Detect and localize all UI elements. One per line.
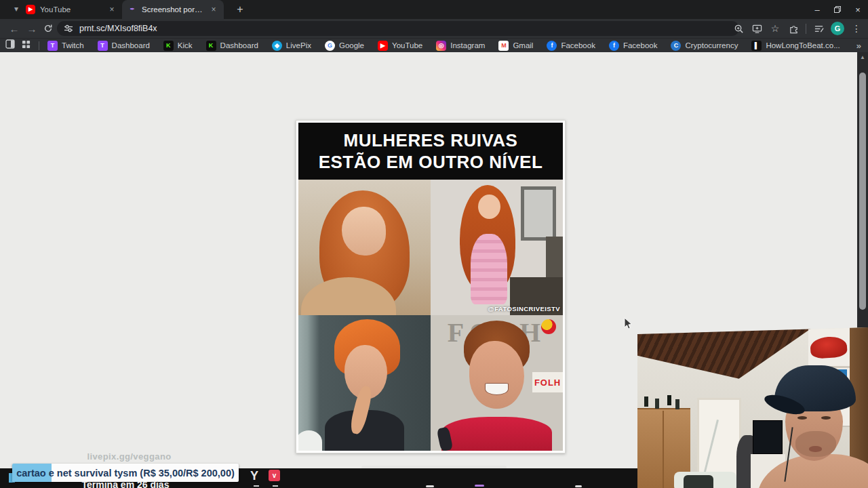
meme-photo-bottom-left: [298, 315, 431, 451]
twitch-dashboard-icon: T: [98, 41, 108, 51]
bookmark-label: Facebook: [561, 41, 595, 49]
bookmark-twitch[interactable]: T Twitch: [42, 40, 90, 52]
meme-title: MULHERES RUIVAS ESTÃO EM OUTRO NÍVEL: [298, 123, 563, 180]
site-settings-icon[interactable]: [64, 24, 73, 33]
meme-photo-grid: @FATOSINCRIVEISTV FOLH FOLH: [298, 180, 563, 451]
browser-toolbar: ← → prnt.sc/MXIsof8fiB4x ☆ G ⋮: [0, 19, 868, 38]
kick-icon: K: [163, 41, 174, 51]
youtube-icon: ▶: [26, 5, 35, 14]
bookmark-star-icon[interactable]: ☆: [769, 22, 781, 35]
bookmark-cryptocurrency[interactable]: C Cryptocurrency: [665, 40, 743, 52]
apps-grid-icon[interactable]: [22, 39, 31, 52]
tab-label: YouTube: [40, 5, 102, 14]
scrollbar-thumb[interactable]: [859, 73, 866, 310]
playlist-icon[interactable]: [812, 22, 825, 35]
screen: ▾ ▶ YouTube × ✒ Screenshot por Lightshot…: [0, 0, 868, 488]
bookmark-label: Twitch: [62, 41, 84, 49]
facebook-1-icon: f: [547, 41, 557, 51]
tab-close-icon[interactable]: ×: [209, 5, 218, 14]
profile-avatar[interactable]: G: [831, 22, 844, 35]
url-text: prnt.sc/MXIsof8fiB4x: [79, 24, 157, 33]
tab-lightshot[interactable]: ✒ Screenshot por Lightshot ×: [122, 0, 224, 19]
scroll-up-icon[interactable]: ▲: [857, 54, 868, 60]
bookmark-label: Kick: [178, 41, 193, 49]
instagram-icon: ◎: [436, 41, 446, 51]
tab-label: Screenshot por Lightshot: [142, 5, 204, 14]
livepix-url-text: livepix.gg/veggano: [73, 451, 185, 462]
toolbar-separator: [806, 24, 806, 34]
minimize-button[interactable]: –: [807, 0, 827, 19]
goal-ends-text: Termina em 26 dias: [12, 479, 239, 488]
google-icon: G: [325, 41, 335, 51]
livepix-icon: ◆: [272, 41, 282, 51]
tabs-container: ▶ YouTube × ✒ Screenshot por Lightshot ×: [20, 0, 224, 19]
bookmarks-separator: [39, 41, 39, 50]
bookmark-howlongtobeat[interactable]: ▌ HowLongToBeat.co...: [746, 40, 845, 52]
tab-youtube[interactable]: ▶ YouTube ×: [20, 0, 122, 19]
bookmark-label: LivePix: [286, 41, 311, 49]
meme-photo-top-right: @FATOSINCRIVEISTV: [431, 180, 563, 315]
bookmark-google[interactable]: G Google: [319, 40, 370, 52]
bookmark-gmail[interactable]: M Gmail: [493, 40, 538, 52]
overlay-check-icon: v: [269, 470, 280, 481]
bookmark-facebook-1[interactable]: f Facebook: [541, 40, 601, 52]
howlongtobeat-icon: ▌: [751, 41, 762, 51]
person-head: [776, 367, 854, 467]
menu-kebab-icon[interactable]: ⋮: [850, 22, 863, 35]
bookmark-label: Cryptocurrency: [685, 41, 738, 49]
facebook-2-icon: f: [609, 41, 619, 51]
overlay-y-icon: Y: [250, 469, 258, 483]
gmail-icon: M: [498, 41, 509, 51]
close-button[interactable]: ×: [848, 0, 868, 19]
new-tab-button[interactable]: +: [233, 3, 247, 16]
bookmark-label: Instagram: [450, 41, 485, 49]
bookmark-label: Google: [339, 41, 364, 49]
side-panel-icon[interactable]: [5, 39, 15, 52]
forward-icon[interactable]: →: [26, 22, 38, 35]
bookmark-label: Dashboard: [220, 41, 258, 49]
meme-photo-top-left: [298, 180, 431, 315]
cryptocurrency-icon: C: [671, 41, 681, 51]
bookmark-livepix[interactable]: ◆ LivePix: [267, 40, 317, 52]
watermark-text: @FATOSINCRIVEISTV: [488, 305, 560, 312]
bookmark-label: HowLongToBeat.co...: [766, 41, 840, 49]
tab-strip: ▾ ▶ YouTube × ✒ Screenshot por Lightshot…: [0, 0, 868, 19]
youtube-icon: ▶: [378, 41, 388, 51]
extensions-icon[interactable]: [787, 22, 800, 35]
folha-side-text: FOLH: [532, 372, 563, 392]
bookmarks-overflow-icon[interactable]: »: [850, 41, 868, 51]
mouse-cursor: [624, 317, 633, 333]
bookmark-label: Facebook: [623, 41, 658, 49]
bookmark-facebook-2[interactable]: f Facebook: [604, 40, 663, 52]
bookmark-kick[interactable]: K Kick: [158, 40, 198, 52]
bookmark-kick-dashboard[interactable]: K Dashboard: [201, 40, 264, 52]
kick-dashboard-icon: K: [206, 41, 216, 51]
zoom-in-icon[interactable]: [732, 22, 745, 35]
bookmark-twitch-dashboard[interactable]: T Dashboard: [92, 40, 155, 52]
restore-icon: [833, 5, 842, 14]
url-bar[interactable]: prnt.sc/MXIsof8fiB4x: [57, 21, 739, 36]
tab-close-icon[interactable]: ×: [107, 5, 117, 14]
bookmark-youtube[interactable]: ▶ YouTube: [372, 40, 428, 52]
screenshot-image: MULHERES RUIVAS ESTÃO EM OUTRO NÍVEL @FA…: [296, 120, 566, 453]
install-icon[interactable]: [751, 22, 763, 35]
back-icon[interactable]: ←: [8, 22, 20, 35]
reload-icon[interactable]: [42, 22, 54, 35]
bookmarks-bar: T Twitch T Dashboard K Kick K Dashboard …: [0, 38, 868, 52]
twitch-icon: T: [47, 41, 58, 51]
bookmarks-list: T Twitch T Dashboard K Kick K Dashboard …: [42, 40, 850, 52]
meme-photo-bottom-right: FOLH FOLH: [431, 315, 563, 451]
webcam-overlay: [637, 327, 868, 488]
restore-button[interactable]: [827, 0, 848, 19]
bookmark-instagram[interactable]: ◎ Instagram: [431, 40, 490, 52]
bookmark-label: YouTube: [392, 41, 422, 49]
lightshot-icon: ✒: [127, 5, 137, 14]
bookmark-label: Gmail: [513, 41, 533, 49]
wardrobe-items: [644, 396, 648, 407]
bookmark-label: Dashboard: [112, 41, 150, 49]
window-controls: – ×: [807, 0, 868, 19]
